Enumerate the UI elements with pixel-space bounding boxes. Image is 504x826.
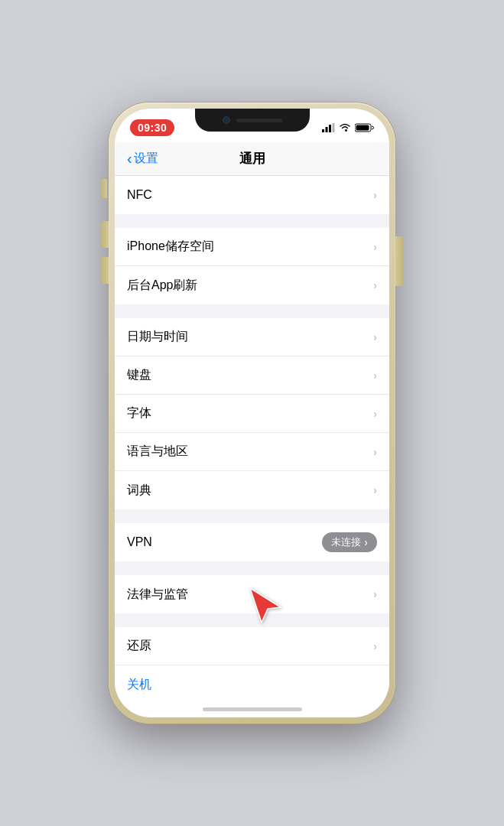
section-gap-1 bbox=[115, 214, 389, 228]
svg-rect-0 bbox=[322, 129, 324, 132]
row-right-keyboard: › bbox=[373, 369, 377, 382]
nav-bar: ‹ 设置 通用 bbox=[115, 142, 389, 176]
chevron-icon: › bbox=[373, 446, 377, 458]
row-label-fonts: 字体 bbox=[127, 405, 151, 421]
section-storage: iPhone储存空间 › 后台App刷新 › bbox=[115, 228, 389, 304]
page-title: 通用 bbox=[239, 150, 265, 167]
row-label-restore: 还原 bbox=[127, 638, 151, 654]
vpn-status-badge: 未连接 › bbox=[322, 532, 377, 552]
row-label-shutdown[interactable]: 关机 bbox=[127, 677, 151, 692]
chevron-icon: › bbox=[373, 279, 377, 291]
list-item[interactable]: 还原 › bbox=[115, 627, 389, 665]
row-right-date-time: › bbox=[373, 331, 377, 343]
list-item[interactable]: 法律与监管 › bbox=[115, 575, 389, 613]
chevron-icon: › bbox=[373, 331, 377, 343]
row-right-language: › bbox=[373, 446, 377, 458]
row-right-fonts: › bbox=[373, 408, 377, 420]
row-label-vpn: VPN bbox=[127, 535, 152, 549]
row-label-bg-refresh: 后台App刷新 bbox=[127, 278, 197, 294]
row-label-iphone-storage: iPhone储存空间 bbox=[127, 239, 214, 255]
list-item[interactable]: 词典 › bbox=[115, 471, 389, 509]
row-right-restore: › bbox=[373, 640, 377, 652]
power-button[interactable] bbox=[395, 236, 403, 286]
section-gap-4 bbox=[115, 561, 389, 575]
section-reset: 还原 › 关机 bbox=[115, 627, 389, 691]
row-right-nfc: › bbox=[373, 189, 377, 201]
chevron-icon: › bbox=[373, 408, 377, 420]
row-label-keyboard: 键盘 bbox=[127, 367, 151, 383]
svg-rect-1 bbox=[326, 127, 328, 132]
svg-rect-2 bbox=[329, 125, 331, 132]
chevron-icon: › bbox=[373, 241, 377, 253]
chevron-icon: › bbox=[373, 588, 377, 600]
row-label-date-time: 日期与时间 bbox=[127, 329, 188, 345]
speaker bbox=[236, 119, 282, 122]
chevron-icon: › bbox=[364, 536, 368, 548]
row-right-legal: › bbox=[373, 588, 377, 600]
section-gap-2 bbox=[115, 304, 389, 318]
settings-list: NFC › iPhone储存空间 › 后台App刷新 bbox=[115, 176, 389, 691]
chevron-icon: › bbox=[373, 369, 377, 382]
section-legal: 法律与监管 › bbox=[115, 575, 389, 613]
silent-button[interactable] bbox=[101, 179, 107, 198]
row-label-dictionary: 词典 bbox=[127, 483, 151, 499]
status-time: 09:30 bbox=[130, 119, 174, 136]
list-item[interactable]: VPN 未连接 › bbox=[115, 523, 389, 561]
section-gap-5 bbox=[115, 613, 389, 627]
list-item[interactable]: 语言与地区 › bbox=[115, 433, 389, 471]
battery-icon bbox=[355, 123, 374, 132]
row-label-nfc: NFC bbox=[127, 188, 152, 202]
list-item[interactable]: 字体 › bbox=[115, 395, 389, 433]
list-item[interactable]: 关机 bbox=[115, 665, 389, 691]
row-right-bg-refresh: › bbox=[373, 279, 377, 291]
front-camera bbox=[223, 116, 230, 124]
section-gap-3 bbox=[115, 509, 389, 523]
phone-screen: 09:30 bbox=[115, 109, 389, 717]
svg-rect-5 bbox=[356, 125, 369, 131]
row-right-vpn: 未连接 › bbox=[322, 532, 377, 552]
wifi-icon bbox=[339, 123, 351, 132]
chevron-icon: › bbox=[373, 484, 377, 496]
home-indicator[interactable] bbox=[203, 707, 302, 711]
row-label-language: 语言与地区 bbox=[127, 444, 188, 460]
row-label-legal: 法律与监管 bbox=[127, 587, 188, 603]
volume-up-button[interactable] bbox=[101, 221, 109, 248]
volume-down-button[interactable] bbox=[101, 257, 109, 284]
list-item[interactable]: 后台App刷新 › bbox=[115, 266, 389, 304]
row-right-storage: › bbox=[373, 241, 377, 253]
list-item[interactable]: 键盘 › bbox=[115, 356, 389, 395]
list-item[interactable]: iPhone储存空间 › bbox=[115, 228, 389, 266]
back-label[interactable]: 设置 bbox=[134, 151, 158, 167]
chevron-icon: › bbox=[373, 189, 377, 201]
row-right-dictionary: › bbox=[373, 484, 377, 496]
signal-icon bbox=[322, 123, 335, 132]
back-chevron-icon: ‹ bbox=[127, 150, 132, 167]
svg-rect-3 bbox=[333, 123, 335, 132]
status-icons bbox=[322, 123, 374, 132]
vpn-status-text: 未连接 bbox=[331, 535, 361, 549]
back-button[interactable]: ‹ 设置 bbox=[127, 150, 158, 167]
notch bbox=[195, 109, 310, 132]
section-vpn: VPN 未连接 › bbox=[115, 523, 389, 561]
list-item[interactable]: NFC › bbox=[115, 176, 389, 214]
section-top: NFC › bbox=[115, 176, 389, 214]
list-item[interactable]: 日期与时间 › bbox=[115, 318, 389, 356]
section-datetime: 日期与时间 › 键盘 › 字体 › bbox=[115, 318, 389, 509]
chevron-icon: › bbox=[373, 640, 377, 652]
phone-device: 09:30 bbox=[109, 102, 395, 724]
